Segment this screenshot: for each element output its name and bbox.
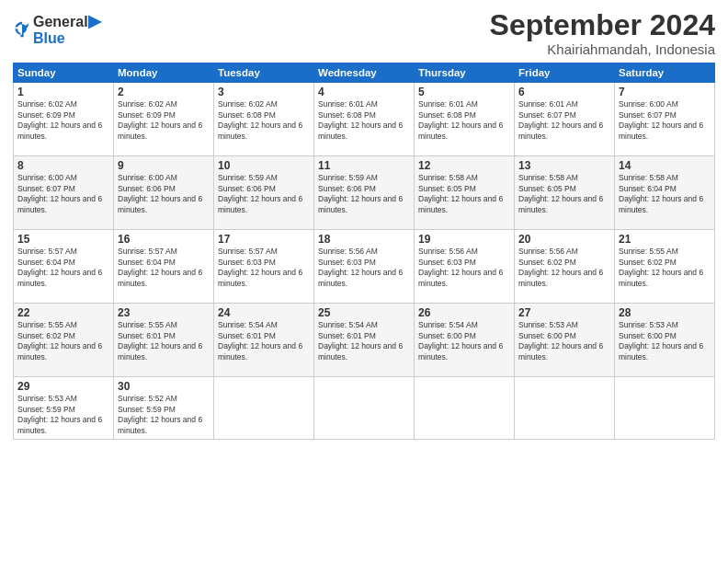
calendar-day-cell: 11Sunrise: 5:59 AMSunset: 6:06 PMDayligh…: [314, 156, 415, 230]
day-number: 1: [17, 86, 109, 98]
calendar-day-cell: 14Sunrise: 5:58 AMSunset: 6:04 PMDayligh…: [615, 156, 715, 230]
day-number: 20: [518, 233, 610, 246]
location-title: Khairiahmandah, Indonesia: [490, 41, 715, 57]
title-block: September 2024 Khairiahmandah, Indonesia: [490, 9, 715, 57]
calendar-day-cell: [214, 377, 314, 440]
day-info: Sunrise: 5:57 AMSunset: 6:04 PMDaylight:…: [17, 247, 109, 289]
calendar-day-cell: 10Sunrise: 5:59 AMSunset: 6:06 PMDayligh…: [214, 156, 314, 230]
day-info: Sunrise: 5:58 AMSunset: 6:04 PMDaylight:…: [619, 173, 711, 215]
calendar-day-cell: 29Sunrise: 5:53 AMSunset: 5:59 PMDayligh…: [14, 377, 114, 440]
month-title: September 2024: [490, 9, 715, 41]
calendar-header-cell: Monday: [114, 63, 214, 83]
day-info: Sunrise: 5:54 AMSunset: 6:00 PMDaylight:…: [418, 320, 510, 362]
day-info: Sunrise: 5:55 AMSunset: 6:02 PMDaylight:…: [17, 320, 109, 362]
day-number: 28: [619, 306, 711, 319]
calendar-header-cell: Tuesday: [214, 63, 314, 83]
day-number: 29: [17, 380, 109, 393]
day-info: Sunrise: 6:01 AMSunset: 6:07 PMDaylight:…: [518, 99, 610, 142]
calendar-header-cell: Sunday: [14, 63, 114, 83]
calendar-day-cell: 12Sunrise: 5:58 AMSunset: 6:05 PMDayligh…: [415, 156, 515, 230]
day-number: 13: [518, 159, 610, 172]
day-info: Sunrise: 5:53 AMSunset: 5:59 PMDaylight:…: [17, 394, 109, 436]
day-info: Sunrise: 5:57 AMSunset: 6:04 PMDaylight:…: [118, 247, 210, 289]
day-number: 2: [118, 86, 210, 98]
day-number: 11: [318, 159, 410, 172]
calendar-week-row: 22Sunrise: 5:55 AMSunset: 6:02 PMDayligh…: [14, 304, 715, 377]
day-number: 22: [17, 306, 109, 319]
calendar-day-cell: 8Sunrise: 6:00 AMSunset: 6:07 PMDaylight…: [14, 156, 114, 230]
calendar-day-cell: 25Sunrise: 5:54 AMSunset: 6:01 PMDayligh…: [314, 304, 415, 377]
day-info: Sunrise: 6:02 AMSunset: 6:09 PMDaylight:…: [17, 99, 109, 142]
day-info: Sunrise: 5:56 AMSunset: 6:03 PMDaylight:…: [318, 247, 410, 289]
logo-icon: [13, 20, 31, 39]
day-number: 7: [619, 86, 711, 98]
calendar-day-cell: 23Sunrise: 5:55 AMSunset: 6:01 PMDayligh…: [114, 304, 214, 377]
day-number: 9: [118, 159, 210, 172]
calendar-day-cell: 2Sunrise: 6:02 AMSunset: 6:09 PMDaylight…: [114, 83, 214, 156]
calendar-day-cell: 20Sunrise: 5:56 AMSunset: 6:02 PMDayligh…: [515, 230, 615, 304]
day-info: Sunrise: 5:58 AMSunset: 6:05 PMDaylight:…: [518, 173, 610, 215]
day-number: 18: [318, 233, 410, 246]
calendar-day-cell: [515, 377, 615, 440]
logo-text: General▶ Blue: [33, 13, 101, 46]
day-number: 27: [518, 306, 610, 319]
day-number: 8: [17, 159, 109, 172]
calendar-week-row: 1Sunrise: 6:02 AMSunset: 6:09 PMDaylight…: [14, 83, 715, 156]
logo-general: General: [33, 14, 88, 29]
day-info: Sunrise: 5:53 AMSunset: 6:00 PMDaylight:…: [518, 320, 610, 362]
day-number: 5: [418, 86, 510, 98]
day-info: Sunrise: 6:02 AMSunset: 6:09 PMDaylight:…: [118, 99, 210, 142]
day-info: Sunrise: 5:59 AMSunset: 6:06 PMDaylight:…: [318, 173, 410, 215]
day-info: Sunrise: 6:01 AMSunset: 6:08 PMDaylight:…: [418, 99, 510, 142]
day-number: 23: [118, 306, 210, 319]
day-info: Sunrise: 5:55 AMSunset: 6:02 PMDaylight:…: [619, 247, 711, 289]
day-number: 6: [518, 86, 610, 98]
day-info: Sunrise: 5:56 AMSunset: 6:02 PMDaylight:…: [518, 247, 610, 289]
day-number: 16: [118, 233, 210, 246]
logo-blue: Blue: [33, 31, 101, 46]
calendar-day-cell: 21Sunrise: 5:55 AMSunset: 6:02 PMDayligh…: [615, 230, 715, 304]
day-info: Sunrise: 6:01 AMSunset: 6:08 PMDaylight:…: [318, 99, 410, 142]
day-number: 25: [318, 306, 410, 319]
day-number: 19: [418, 233, 510, 246]
day-number: 21: [619, 233, 711, 246]
calendar-day-cell: [314, 377, 415, 440]
day-info: Sunrise: 5:56 AMSunset: 6:03 PMDaylight:…: [418, 247, 510, 289]
day-info: Sunrise: 5:52 AMSunset: 5:59 PMDaylight:…: [118, 394, 210, 436]
day-info: Sunrise: 5:58 AMSunset: 6:05 PMDaylight:…: [418, 173, 510, 215]
day-number: 17: [218, 233, 310, 246]
header: General▶ Blue September 2024 Khairiahman…: [13, 9, 715, 57]
calendar-day-cell: 15Sunrise: 5:57 AMSunset: 6:04 PMDayligh…: [14, 230, 114, 304]
calendar-week-row: 8Sunrise: 6:00 AMSunset: 6:07 PMDaylight…: [14, 156, 715, 230]
day-number: 15: [17, 233, 109, 246]
day-info: Sunrise: 6:00 AMSunset: 6:07 PMDaylight:…: [17, 173, 109, 215]
calendar-header-row: SundayMondayTuesdayWednesdayThursdayFrid…: [14, 63, 715, 83]
calendar-day-cell: 3Sunrise: 6:02 AMSunset: 6:08 PMDaylight…: [214, 83, 314, 156]
day-info: Sunrise: 5:59 AMSunset: 6:06 PMDaylight:…: [218, 173, 310, 215]
calendar-day-cell: [415, 377, 515, 440]
calendar-header-cell: Wednesday: [314, 63, 415, 83]
day-info: Sunrise: 5:54 AMSunset: 6:01 PMDaylight:…: [218, 320, 310, 362]
day-number: 12: [418, 159, 510, 172]
day-number: 14: [619, 159, 711, 172]
calendar-day-cell: 13Sunrise: 5:58 AMSunset: 6:05 PMDayligh…: [515, 156, 615, 230]
day-info: Sunrise: 6:02 AMSunset: 6:08 PMDaylight:…: [218, 99, 310, 142]
day-info: Sunrise: 6:00 AMSunset: 6:07 PMDaylight:…: [619, 99, 711, 142]
calendar-day-cell: 1Sunrise: 6:02 AMSunset: 6:09 PMDaylight…: [14, 83, 114, 156]
calendar-day-cell: 9Sunrise: 6:00 AMSunset: 6:06 PMDaylight…: [114, 156, 214, 230]
calendar-day-cell: 19Sunrise: 5:56 AMSunset: 6:03 PMDayligh…: [415, 230, 515, 304]
calendar-day-cell: 4Sunrise: 6:01 AMSunset: 6:08 PMDaylight…: [314, 83, 415, 156]
calendar-day-cell: 5Sunrise: 6:01 AMSunset: 6:08 PMDaylight…: [415, 83, 515, 156]
logo-accent: ▶: [88, 12, 101, 30]
calendar-day-cell: 7Sunrise: 6:00 AMSunset: 6:07 PMDaylight…: [615, 83, 715, 156]
calendar-day-cell: 26Sunrise: 5:54 AMSunset: 6:00 PMDayligh…: [415, 304, 515, 377]
calendar-day-cell: 27Sunrise: 5:53 AMSunset: 6:00 PMDayligh…: [515, 304, 615, 377]
day-info: Sunrise: 5:57 AMSunset: 6:03 PMDaylight:…: [218, 247, 310, 289]
calendar-day-cell: 18Sunrise: 5:56 AMSunset: 6:03 PMDayligh…: [314, 230, 415, 304]
calendar-day-cell: 16Sunrise: 5:57 AMSunset: 6:04 PMDayligh…: [114, 230, 214, 304]
day-number: 3: [218, 86, 310, 98]
day-number: 4: [318, 86, 410, 98]
calendar-day-cell: [615, 377, 715, 440]
calendar-header-cell: Thursday: [415, 63, 515, 83]
day-info: Sunrise: 6:00 AMSunset: 6:06 PMDaylight:…: [118, 173, 210, 215]
